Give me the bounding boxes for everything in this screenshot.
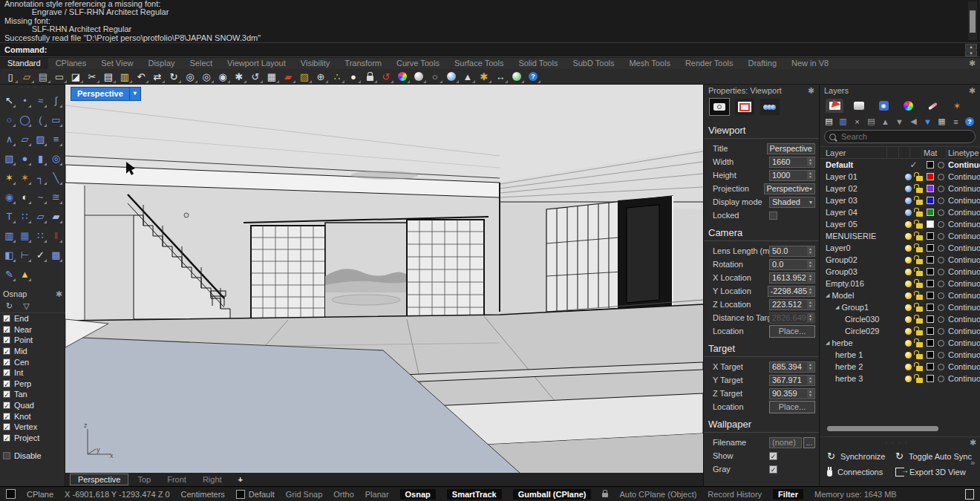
rectangle-icon[interactable]: ▭ xyxy=(48,110,64,129)
ellipse-icon[interactable]: ◯ xyxy=(17,110,33,129)
render-preview-icon[interactable] xyxy=(509,70,525,84)
shaded-viewport-icon[interactable] xyxy=(411,70,427,84)
layer-color-swatch[interactable] xyxy=(924,363,935,370)
circle-icon[interactable]: ○ xyxy=(1,110,17,129)
layer-visibility-bulb-icon[interactable] xyxy=(903,269,914,275)
prop-width-input[interactable]: 1660▲▼ xyxy=(769,157,815,168)
layers-duplicate-layer-icon[interactable]: ▤ xyxy=(866,117,876,126)
layers-list-menu-icon[interactable]: ≡ xyxy=(951,117,961,126)
prop-filename-input[interactable]: (none) xyxy=(769,437,802,448)
curve-control-points-icon[interactable]: ∫ xyxy=(48,91,64,110)
background-image-icon[interactable]: ▨ xyxy=(296,70,313,84)
layer-material-icon[interactable] xyxy=(935,162,947,168)
viewport-tab-perspective[interactable]: Perspective xyxy=(70,474,128,485)
polyline-icon[interactable]: ∧ xyxy=(1,129,17,148)
menu-tab-display[interactable]: Display xyxy=(140,58,182,69)
layer-linetype[interactable]: Continuous xyxy=(947,267,980,276)
cen-checkbox[interactable]: ✓ xyxy=(3,358,10,366)
layer-row-group1[interactable]: ◢Group1Continuous xyxy=(820,301,980,313)
layer-color-swatch[interactable] xyxy=(924,304,935,311)
layer-lock-icon[interactable] xyxy=(914,280,924,288)
boolean-union-icon[interactable]: ◉ xyxy=(1,187,17,206)
osnap-disable-row[interactable]: Disable xyxy=(0,451,65,462)
prop-width-spinner[interactable]: ▲▼ xyxy=(807,157,814,166)
layers-tab-display-mode[interactable]: ◉ xyxy=(875,99,892,113)
sphere-icon[interactable]: ● xyxy=(17,148,33,168)
layers-tab-sun[interactable]: ✶ xyxy=(948,99,966,113)
osnap-mode-mid[interactable]: ✓Mid xyxy=(0,346,65,357)
layer-visibility-bulb-icon[interactable] xyxy=(903,304,914,311)
layer-lock-icon[interactable] xyxy=(914,315,924,324)
layers-gear-icon[interactable]: ✱ xyxy=(969,86,976,95)
prop-filename-browse-button[interactable]: ... xyxy=(803,437,815,448)
layer-lock-icon[interactable] xyxy=(914,375,924,383)
layer-visibility-bulb-icon[interactable] xyxy=(903,233,914,240)
viewport-tab-front[interactable]: Front xyxy=(160,474,194,485)
expander-icon[interactable]: ◢ xyxy=(826,292,829,298)
fillet-icon[interactable]: ┐ xyxy=(33,168,48,187)
layer-row-circle029[interactable]: Circle029Continuous xyxy=(820,325,980,337)
layers-help-icon[interactable]: ? xyxy=(965,117,974,126)
layer-lock-icon[interactable] xyxy=(914,363,924,371)
layer-material-icon[interactable] xyxy=(935,340,947,347)
point-checkbox[interactable]: ✓ xyxy=(3,336,10,344)
joint-icon[interactable]: ⊢ xyxy=(17,245,33,264)
menu-tab-render-tools[interactable]: Render Tools xyxy=(678,58,741,69)
undo-icon[interactable]: ↶ xyxy=(133,70,149,84)
menu-tab-new-in-v8[interactable]: New in V8 xyxy=(784,58,836,69)
osnap-mode-int[interactable]: ✓Int xyxy=(0,367,65,379)
layer-material-icon[interactable] xyxy=(935,245,947,252)
layer-visibility-bulb-icon[interactable] xyxy=(903,209,914,216)
layer-row-herbe[interactable]: ◢herbeContinuous xyxy=(820,337,980,349)
layer-lock-icon[interactable] xyxy=(914,232,924,240)
layers-new-layer-icon[interactable]: ▤ xyxy=(824,117,834,126)
prop-location-button[interactable]: Place... xyxy=(769,401,815,413)
prop-display-mode-dropdown-caret[interactable]: ▾ xyxy=(809,199,812,206)
status-item-gumball-cplane[interactable]: Gumball (CPlane) xyxy=(513,489,592,500)
prop-y-location-spinner[interactable]: ▲▼ xyxy=(807,286,814,295)
layers-delete-layer-icon[interactable]: × xyxy=(852,117,862,126)
layer-material-icon[interactable] xyxy=(935,209,947,216)
viewport-title[interactable]: Perspective xyxy=(71,88,129,100)
osnap-mode-project[interactable]: ✓Project xyxy=(0,433,65,444)
layer-search-input[interactable] xyxy=(840,131,970,142)
layer-visibility-bulb-icon[interactable] xyxy=(903,364,914,370)
layer-lock-icon[interactable] xyxy=(914,268,924,276)
layer-lock-icon[interactable] xyxy=(914,220,924,229)
layer-color-swatch[interactable] xyxy=(924,244,935,252)
status-item-cplane[interactable]: CPlane xyxy=(27,490,53,499)
prop-distance-to-targ-spinner[interactable]: ▲▼ xyxy=(807,313,814,322)
status-item-smarttrack[interactable]: SmartTrack xyxy=(447,489,502,500)
layer-row-herbe-3[interactable]: herbe 3Continuous xyxy=(820,373,980,384)
layer-row-default[interactable]: Default✓Continuous xyxy=(820,159,980,171)
layer-row-herbe-1[interactable]: herbe 1Continuous xyxy=(820,349,980,361)
cone-primitive-icon[interactable]: ▲ xyxy=(460,70,476,84)
check-objects-icon[interactable]: ✓ xyxy=(33,245,48,264)
layer-color-swatch[interactable] xyxy=(924,209,935,216)
layer-visibility-bulb-icon[interactable] xyxy=(903,316,914,323)
loft-icon[interactable]: ≡ xyxy=(48,129,64,148)
layer-linetype[interactable]: Continuous xyxy=(947,255,980,264)
prop-gray-checkbox[interactable]: ✓ xyxy=(769,465,777,474)
layer-color-swatch[interactable] xyxy=(924,268,935,275)
layer-linetype[interactable]: Continuous xyxy=(947,338,980,347)
lights-icon[interactable]: ● xyxy=(345,70,362,84)
properties-tab-viewport[interactable] xyxy=(735,99,754,115)
boolean-difference-icon[interactable]: ◐ xyxy=(17,187,33,206)
prop-y-target-input[interactable]: 367.971▲▼ xyxy=(769,375,815,386)
prop-y-location-input[interactable]: -2298.485▲▼ xyxy=(768,286,816,297)
toggle-auto-sync-button[interactable]: ↻Toggle Auto Sync xyxy=(895,451,980,462)
layers-new-sublayer-icon[interactable]: ▥ xyxy=(838,117,848,126)
match-curve-icon[interactable]: ≅ xyxy=(48,187,64,206)
command-scrollbar-thumb[interactable] xyxy=(970,10,976,33)
layer-color-swatch[interactable] xyxy=(924,327,935,335)
surface-patch-icon[interactable]: ▨ xyxy=(33,129,48,148)
viewport-canvas[interactable]: z y x xyxy=(65,85,703,473)
explode-icon[interactable]: ✶ xyxy=(17,168,33,187)
menu-tab-set-view[interactable]: Set View xyxy=(94,58,140,69)
prop-z-target-spinner[interactable]: ▲▼ xyxy=(807,389,814,398)
chamfer-icon[interactable]: ╲ xyxy=(48,168,64,187)
layer-lock-icon[interactable] xyxy=(914,244,924,252)
mid-checkbox[interactable]: ✓ xyxy=(3,347,10,355)
layer-linetype[interactable]: Continuous xyxy=(947,291,980,300)
